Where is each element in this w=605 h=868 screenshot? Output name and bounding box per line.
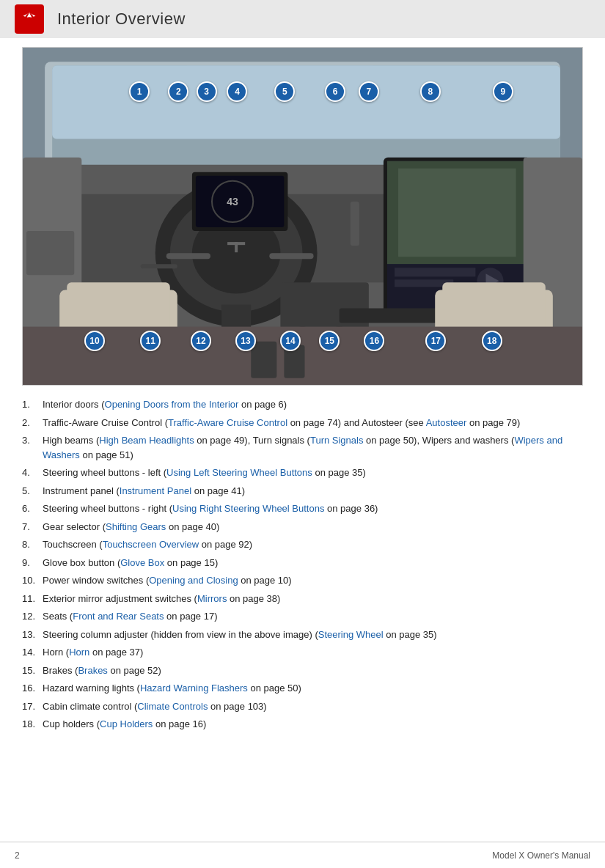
- callout-13: 13: [235, 331, 256, 351]
- callouts-overlay: 1 2 3 4 5 6 7 8 9 10 11 12 13 14 15 16 1…: [23, 48, 582, 385]
- link-climate[interactable]: Climate Controls: [137, 701, 208, 712]
- list-item: 7. Gear selector (Shifting Gears on page…: [22, 520, 583, 534]
- callout-16: 16: [364, 331, 384, 351]
- link-brakes[interactable]: Brakes: [78, 665, 107, 676]
- callout-12: 12: [191, 331, 211, 351]
- list-item: 12. Seats (Front and Rear Seats on page …: [22, 609, 583, 624]
- callout-6: 6: [325, 81, 345, 102]
- link-left-buttons[interactable]: Using Left Steering Wheel Buttons: [166, 467, 312, 478]
- interior-diagram: 43: [22, 47, 583, 386]
- callout-1: 1: [129, 81, 150, 102]
- link-shifting-gears[interactable]: Shifting Gears: [106, 521, 166, 532]
- list-item: 5. Instrument panel (Instrument Panel on…: [22, 484, 583, 499]
- link-touchscreen[interactable]: Touchscreen Overview: [103, 539, 199, 550]
- link-mirrors[interactable]: Mirrors: [197, 593, 227, 604]
- callout-18: 18: [482, 331, 502, 351]
- callout-14: 14: [280, 331, 301, 351]
- list-item: 6. Steering wheel buttons - right (Using…: [22, 501, 583, 516]
- list-item: 16. Hazard warning lights (Hazard Warnin…: [22, 681, 583, 696]
- list-item: 17. Cabin climate control (Climate Contr…: [22, 699, 583, 714]
- callout-8: 8: [420, 81, 441, 102]
- link-window-switches[interactable]: Opening and Closing: [149, 575, 238, 586]
- link-turn-signals[interactable]: Turn Signals: [310, 435, 364, 446]
- list-item: 1. Interior doors (Opening Doors from th…: [22, 397, 583, 412]
- link-opening-doors[interactable]: Opening Doors from the Interior: [105, 399, 239, 410]
- list-item: 11. Exterior mirror adjustment switches …: [22, 592, 583, 606]
- callout-3: 3: [197, 81, 217, 102]
- callout-9: 9: [493, 81, 513, 102]
- list-item: 9. Glove box button (Glove Box on page 1…: [22, 556, 583, 570]
- callout-17: 17: [425, 331, 446, 351]
- link-hazard-lights[interactable]: Hazard Warning Flashers: [140, 683, 248, 694]
- footer-page-number: 2: [15, 850, 20, 861]
- tesla-logo: [15, 4, 44, 34]
- link-tacc[interactable]: Traffic-Aware Cruise Control: [168, 417, 287, 428]
- page-title: Interior Overview: [57, 10, 186, 29]
- link-autosteer[interactable]: Autosteer: [426, 417, 467, 428]
- callout-11: 11: [140, 331, 161, 351]
- callout-10: 10: [84, 331, 105, 351]
- link-horn[interactable]: Horn: [69, 647, 89, 658]
- diagram-image: 43: [23, 48, 582, 385]
- footer-manual-title: Model X Owner's Manual: [492, 850, 590, 861]
- list-item: 4. Steering wheel buttons - left (Using …: [22, 466, 583, 480]
- list-item: 18. Cup holders (Cup Holders on page 16): [22, 717, 583, 732]
- link-right-buttons[interactable]: Using Right Steering Wheel Buttons: [172, 503, 324, 514]
- list-item: 15. Brakes (Brakes on page 52): [22, 663, 583, 678]
- list-item: 13. Steering column adjuster (hidden fro…: [22, 628, 583, 642]
- list-item: 8. Touchscreen (Touchscreen Overview on …: [22, 537, 583, 552]
- callout-5: 5: [274, 81, 295, 102]
- list-item: 14. Horn (Horn on page 37): [22, 645, 583, 660]
- link-glove-box[interactable]: Glove Box: [120, 557, 164, 568]
- link-high-beams[interactable]: High Beam Headlights: [99, 435, 194, 446]
- callout-15: 15: [319, 331, 340, 351]
- page-footer: 2 Model X Owner's Manual: [0, 842, 605, 868]
- main-content: 43: [0, 38, 605, 750]
- link-instrument-panel[interactable]: Instrument Panel: [120, 485, 191, 496]
- page-header: Interior Overview: [0, 0, 605, 38]
- link-seats[interactable]: Front and Rear Seats: [73, 611, 164, 622]
- items-list: 1. Interior doors (Opening Doors from th…: [22, 397, 583, 732]
- list-item: 2. Traffic-Aware Cruise Control (Traffic…: [22, 416, 583, 430]
- callout-4: 4: [227, 81, 247, 102]
- list-item: 3. High beams (High Beam Headlights on p…: [22, 433, 583, 462]
- list-item: 10. Power window switches (Opening and C…: [22, 573, 583, 588]
- link-cup-holders[interactable]: Cup Holders: [100, 718, 153, 729]
- callout-2: 2: [168, 81, 188, 102]
- callout-7: 7: [359, 81, 379, 102]
- link-steering-wheel[interactable]: Steering Wheel: [318, 629, 384, 640]
